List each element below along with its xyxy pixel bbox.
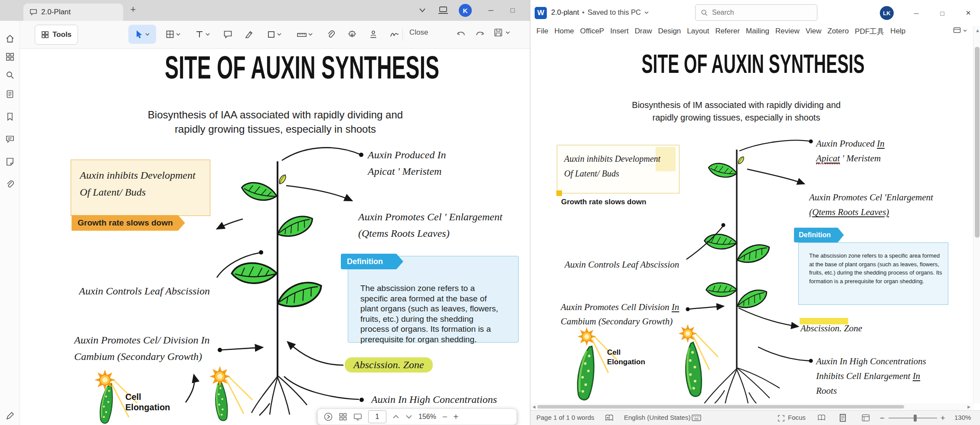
previous-page-icon[interactable] xyxy=(392,412,399,421)
word-maximize-button[interactable]: □ xyxy=(933,5,952,21)
annotation-auxin-promotes[interactable]: Auxin Promotes Cel ' Enlargement (Qtems … xyxy=(358,209,503,242)
pages-icon[interactable] xyxy=(5,89,15,99)
abscission-zone-highlight[interactable]: Abscission. Zone xyxy=(345,357,433,373)
focus-mode-icon[interactable] xyxy=(777,415,785,422)
notes-icon[interactable] xyxy=(5,157,15,167)
pdf-maximize-button[interactable]: □ xyxy=(504,4,521,16)
zoom-percentage[interactable]: 130% xyxy=(954,414,971,421)
annotation-auxin-produced[interactable]: Auxin Produced In Apicat ' Meristem xyxy=(368,147,446,180)
menu-home[interactable]: Home xyxy=(554,27,574,36)
thumbnail-grid-icon[interactable] xyxy=(339,412,347,421)
scroll-left-icon[interactable]: ◄ xyxy=(532,404,536,409)
undo-icon[interactable] xyxy=(456,29,467,39)
doc-subtitle[interactable]: Biosynthesis of IM associated with rapid… xyxy=(608,99,864,124)
close-document-button[interactable]: Close xyxy=(409,28,428,37)
annotation-cambium[interactable]: Auxin Promotes Cell Division In Cambium … xyxy=(561,300,679,329)
comment-tool-button[interactable] xyxy=(219,25,236,44)
sticker-tool-button[interactable] xyxy=(343,25,361,44)
note-handle[interactable] xyxy=(556,190,562,196)
titlebar-chevron-down-icon[interactable] xyxy=(419,8,426,13)
menu-draw[interactable]: Draw xyxy=(635,27,652,36)
word-count[interactable]: 0 words xyxy=(572,414,595,421)
new-tab-button[interactable]: + xyxy=(128,4,138,15)
menu-mailings[interactable]: Mailing xyxy=(746,27,769,36)
menu-design[interactable]: Design xyxy=(658,27,681,36)
attachments-panel-icon[interactable] xyxy=(5,180,15,189)
menu-layout[interactable]: Layout xyxy=(687,27,709,36)
annotation-controls-abscission[interactable]: Auxin Controls Leaf Abscission xyxy=(565,259,679,270)
note-inhibits-buds[interactable]: Auxin inhibits Development Of Latent/ Bu… xyxy=(71,160,210,216)
abscission-zone-label[interactable]: Abscission. Zone xyxy=(800,323,862,334)
pdf-document-tab[interactable]: 2.0-Plant xyxy=(23,3,123,21)
expand-panel-icon[interactable] xyxy=(324,412,333,421)
pdf-user-avatar[interactable]: K xyxy=(459,4,472,17)
zoom-out-button[interactable]: − xyxy=(880,414,885,423)
annotation-auxin-produced[interactable]: Auxin Produced In Apicat ' Meristem xyxy=(816,136,885,166)
zoom-in-button[interactable]: + xyxy=(941,414,945,423)
word-close-button[interactable]: ✕ xyxy=(959,5,978,21)
web-layout-icon[interactable] xyxy=(862,414,870,422)
menu-view[interactable]: View xyxy=(806,27,822,36)
annotation-controls-abscission[interactable]: Auxin Controls Leaf Abscission xyxy=(79,285,210,297)
zoom-out-button[interactable]: − xyxy=(442,412,448,422)
read-mode-icon[interactable] xyxy=(817,414,826,422)
stamp-tool-button[interactable] xyxy=(365,25,382,44)
pen-tool-button[interactable] xyxy=(240,25,258,44)
save-export-button[interactable] xyxy=(493,28,510,37)
ribbon-display-options-button[interactable] xyxy=(953,27,967,34)
pan-view-tool-button[interactable] xyxy=(160,25,186,44)
scroll-right-icon[interactable]: ► xyxy=(967,404,971,409)
page-number-input[interactable] xyxy=(368,410,386,423)
save-status[interactable]: Saved to this PC xyxy=(588,8,641,16)
text-tool-button[interactable] xyxy=(190,25,215,44)
vertical-scrollbar[interactable]: ▲ xyxy=(973,26,980,403)
zoom-slider-thumb[interactable] xyxy=(914,415,917,422)
menu-officeplus[interactable]: OfficeP xyxy=(580,27,604,36)
doc-title[interactable]: SITE OF AUXIN SYNTHESIS xyxy=(642,49,816,79)
word-doc-title[interactable]: 2.0-plant xyxy=(551,8,579,16)
annotation-high-concentrations[interactable]: Auxin In High Concentrations Inhibits Ce… xyxy=(816,354,926,398)
cell-elongation-label[interactable]: Cell Elongation xyxy=(125,392,170,412)
definition-tag[interactable]: Definition xyxy=(794,228,844,242)
word-user-avatar[interactable]: LK xyxy=(880,6,894,20)
comments-panel-icon[interactable] xyxy=(5,134,15,144)
annotation-auxin-promotes[interactable]: Auxin Promotes Cel 'Enlargement (Qtems R… xyxy=(809,190,933,219)
title-chevron-down-icon[interactable] xyxy=(644,11,649,14)
proofing-errors-icon[interactable] xyxy=(605,414,614,422)
apps-grid-icon[interactable] xyxy=(5,52,15,62)
bookmark-icon[interactable] xyxy=(5,112,15,121)
growth-rate-label[interactable]: Growth rate slows down xyxy=(561,198,646,206)
word-search-box[interactable] xyxy=(695,4,817,21)
scroll-up-icon[interactable]: ▲ xyxy=(975,28,980,33)
annotation-cambium[interactable]: Auxin Promotes Cel/ Division In Cambium … xyxy=(74,332,209,365)
zoom-slider-track[interactable] xyxy=(889,418,937,418)
search-icon[interactable] xyxy=(5,70,15,80)
zoom-in-button[interactable]: + xyxy=(454,412,459,422)
word-minimize-button[interactable]: ─ xyxy=(907,5,926,21)
presentation-mode-icon[interactable] xyxy=(353,412,362,421)
focus-button[interactable]: Focus xyxy=(788,414,806,421)
cell-elongation-label[interactable]: Cell Elongation xyxy=(607,348,645,367)
menu-zotero[interactable]: Zotero xyxy=(827,27,849,36)
stylus-pen-icon[interactable] xyxy=(5,411,15,421)
annotation-high-concentrations[interactable]: Auxin In High Concentrations xyxy=(371,394,497,405)
select-tool-button[interactable] xyxy=(128,25,156,44)
pdf-minimize-button[interactable]: ─ xyxy=(482,4,500,16)
growth-rate-ribbon[interactable]: Growth rate slows down xyxy=(72,215,185,231)
language-indicator[interactable]: English (United States) xyxy=(624,414,690,421)
vertical-scrollbar-thumb[interactable] xyxy=(975,47,980,238)
print-layout-icon[interactable] xyxy=(839,414,846,422)
page-indicator[interactable]: Page 1 of 1 xyxy=(536,414,570,421)
horizontal-scrollbar-thumb[interactable] xyxy=(537,405,904,409)
zoom-level[interactable]: 156% xyxy=(418,413,436,421)
measure-tool-button[interactable] xyxy=(291,25,318,44)
tools-button[interactable]: Tools xyxy=(35,25,78,45)
shape-tool-button[interactable] xyxy=(261,25,287,44)
device-laptop-icon[interactable] xyxy=(438,6,448,15)
next-page-icon[interactable] xyxy=(405,412,412,421)
menu-references[interactable]: Referer xyxy=(715,27,740,36)
signature-tool-button[interactable] xyxy=(386,25,403,44)
menu-file[interactable]: File xyxy=(536,27,548,36)
note-inhibits-buds[interactable]: Auxin inhibits Development Of Latent/ Bu… xyxy=(557,145,679,193)
definition-tag[interactable]: Definition xyxy=(341,254,403,269)
